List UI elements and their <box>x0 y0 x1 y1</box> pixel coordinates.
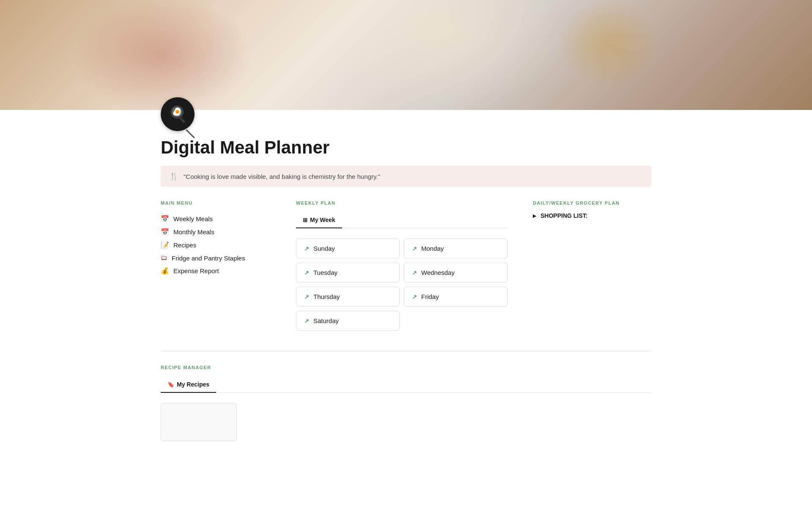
grid-icon: ⊞ <box>303 217 307 223</box>
day-card-tuesday[interactable]: ↗ Tuesday <box>296 263 400 282</box>
bookmark-icon: 🔖 <box>167 381 174 388</box>
weekly-plan-section: WEEKLY PLAN ⊞ My Week ↗ Sunday ↗ Monday <box>296 200 508 331</box>
weekly-meals-label: Weekly Meals <box>173 215 213 222</box>
day-card-thursday[interactable]: ↗ Thursday <box>296 287 400 307</box>
expense-report-label: Expense Report <box>173 267 219 274</box>
page-title: Digital Meal Planner <box>161 138 651 157</box>
arrow-wednesday: ↗ <box>412 269 417 276</box>
arrow-sunday: ↗ <box>304 245 309 252</box>
weekly-plan-label: WEEKLY PLAN <box>296 200 508 206</box>
utensils-icon: 🍴 <box>169 172 178 181</box>
arrow-thursday: ↗ <box>304 293 309 300</box>
arrow-friday: ↗ <box>412 293 417 300</box>
tab-my-recipes-label: My Recipes <box>177 381 209 388</box>
recipe-tab-bar: 🔖 My Recipes <box>161 377 651 393</box>
recipe-manager-label: RECIPE MANAGER <box>161 365 651 370</box>
recipe-manager-section: RECIPE MANAGER 🔖 My Recipes <box>161 365 651 441</box>
weekly-meals-icon: 📅 <box>161 215 169 223</box>
expense-icon: 💰 <box>161 267 169 275</box>
day-label-sunday: Sunday <box>313 245 335 252</box>
sidebar-item-monthly-meals[interactable]: 📅 Monthly Meals <box>161 225 271 238</box>
grocery-plan-label: DAILY/WEEKLY GROCERY PLAN <box>533 200 651 206</box>
sidebar-item-weekly-meals[interactable]: 📅 Weekly Meals <box>161 212 271 225</box>
sidebar-item-fridge-pantry[interactable]: 🗂 Fridge and Pantry Staples <box>161 252 271 264</box>
tab-my-week[interactable]: ⊞ My Week <box>296 212 342 228</box>
section-divider <box>161 351 651 351</box>
day-label-tuesday: Tuesday <box>313 269 337 276</box>
monthly-meals-label: Monthly Meals <box>173 228 214 236</box>
sidebar: MAIN MENU 📅 Weekly Meals 📅 Monthly Meals… <box>161 200 271 331</box>
recipe-card-placeholder <box>161 403 237 441</box>
hero-banner <box>0 0 812 110</box>
tab-my-recipes[interactable]: 🔖 My Recipes <box>161 377 216 393</box>
logo-area: 🍳 <box>161 97 651 131</box>
days-grid: ↗ Sunday ↗ Monday ↗ Tuesday ↗ Wednesday <box>296 238 508 331</box>
day-label-friday: Friday <box>421 293 439 300</box>
weekly-plan-tab-bar: ⊞ My Week <box>296 212 508 228</box>
toggle-arrow-icon: ▶ <box>533 214 536 218</box>
day-label-wednesday: Wednesday <box>421 269 455 276</box>
logo-icon: 🍳 <box>161 97 195 131</box>
fridge-icon: 🗂 <box>161 254 167 262</box>
day-card-saturday[interactable]: ↗ Saturday <box>296 311 400 331</box>
day-label-monday: Monday <box>421 245 444 252</box>
sidebar-item-expense-report[interactable]: 💰 Expense Report <box>161 264 271 277</box>
grocery-section: DAILY/WEEKLY GROCERY PLAN ▶ SHOPPING LIS… <box>533 200 651 331</box>
day-card-friday[interactable]: ↗ Friday <box>404 287 508 307</box>
day-label-saturday: Saturday <box>313 317 339 324</box>
shopping-list-toggle[interactable]: ▶ SHOPPING LIST: <box>533 212 651 219</box>
fridge-pantry-label: Fridge and Pantry Staples <box>172 255 245 262</box>
quote-text: "Cooking is love made visible, and bakin… <box>184 173 380 180</box>
content-grid: MAIN MENU 📅 Weekly Meals 📅 Monthly Meals… <box>161 200 651 331</box>
monthly-meals-icon: 📅 <box>161 228 169 236</box>
arrow-saturday: ↗ <box>304 318 309 324</box>
day-card-monday[interactable]: ↗ Monday <box>404 238 508 258</box>
shopping-list-label: SHOPPING LIST: <box>540 212 587 219</box>
main-menu-label: MAIN MENU <box>161 200 271 206</box>
recipes-icon: 📝 <box>161 241 169 249</box>
quote-bar: 🍴 "Cooking is love made visible, and bak… <box>161 166 651 187</box>
day-label-thursday: Thursday <box>313 293 340 300</box>
day-card-wednesday[interactable]: ↗ Wednesday <box>404 263 508 282</box>
sidebar-item-recipes[interactable]: 📝 Recipes <box>161 238 271 252</box>
arrow-monday: ↗ <box>412 245 417 252</box>
recipes-label: Recipes <box>173 241 196 249</box>
arrow-tuesday: ↗ <box>304 269 309 276</box>
day-card-sunday[interactable]: ↗ Sunday <box>296 238 400 258</box>
tab-my-week-label: My Week <box>310 217 335 223</box>
logo-emoji: 🍳 <box>168 105 187 123</box>
